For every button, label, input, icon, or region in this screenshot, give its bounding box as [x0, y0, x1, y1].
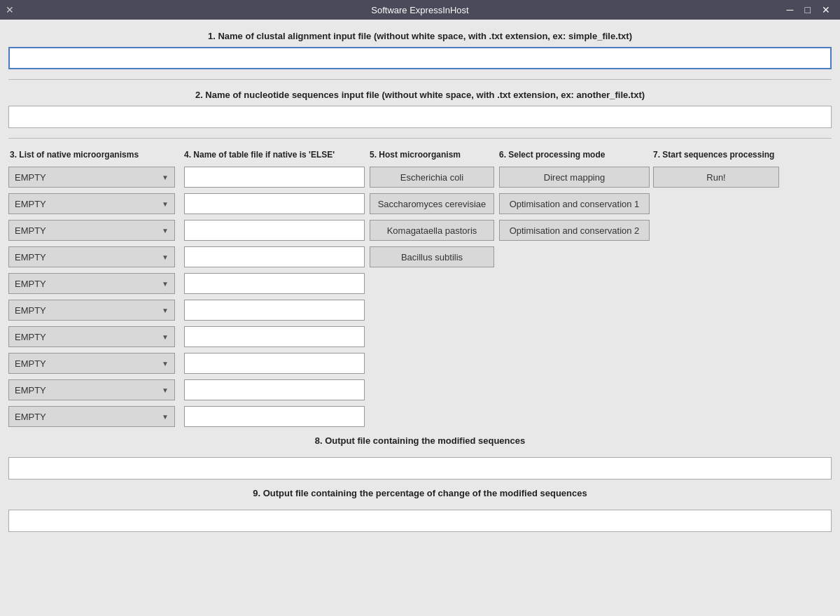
section8: 8. Output file containing the modified s…: [8, 435, 832, 479]
table-row-1: EMPTY ▼ Escherichia coli Direct mapping …: [8, 167, 832, 188]
dropdown-arrow-6: ▼: [162, 307, 169, 314]
table-row-6: EMPTY ▼: [8, 300, 832, 321]
processing-optcons1-button[interactable]: Optimisation and conservation 1: [499, 193, 650, 214]
separator-1: [8, 79, 832, 80]
host-ecoli-button[interactable]: Escherichia coli: [370, 167, 494, 188]
host-bacillus-button[interactable]: Bacillus subtilis: [370, 246, 494, 267]
dropdown-arrow-9: ▼: [162, 386, 169, 394]
table-file-input-8[interactable]: [184, 353, 365, 374]
col-header-3: 5. Host microorganism: [367, 148, 496, 161]
separator-2: [8, 138, 832, 139]
table-row-10: EMPTY ▼: [8, 406, 832, 427]
table-file-input-1[interactable]: [184, 167, 365, 188]
native-dropdown-7[interactable]: EMPTY ▼: [8, 326, 175, 347]
table-row-7: EMPTY ▼: [8, 326, 832, 347]
dropdown-value-2: EMPTY: [15, 199, 46, 209]
table-file-input-10[interactable]: [184, 406, 365, 427]
dropdown-value-4: EMPTY: [15, 252, 46, 262]
dropdown-value-8: EMPTY: [15, 358, 46, 369]
section9-label: 9. Output file containing the percentage…: [8, 488, 832, 498]
native-dropdown-10[interactable]: EMPTY ▼: [8, 406, 175, 427]
processing-optcons2-button[interactable]: Optimisation and conservation 2: [499, 220, 650, 241]
dropdown-arrow-10: ▼: [162, 413, 169, 421]
table-row-9: EMPTY ▼: [8, 379, 832, 400]
native-dropdown-2[interactable]: EMPTY ▼: [8, 193, 175, 214]
table-row-4: EMPTY ▼ Bacillus subtilis: [8, 246, 832, 267]
table-file-input-4[interactable]: [184, 246, 365, 267]
dropdown-value-1: EMPTY: [15, 172, 46, 183]
table-file-input-5[interactable]: [184, 273, 365, 294]
dropdown-value-5: EMPTY: [15, 279, 46, 289]
dropdown-arrow-4: ▼: [162, 253, 169, 261]
col-header-1: 3. List of native microorganisms: [10, 148, 181, 161]
dropdown-value-9: EMPTY: [15, 385, 46, 396]
nucleotide-sequences-input[interactable]: [8, 106, 832, 128]
window-controls: ─ □ ✕: [783, 3, 834, 17]
section1-label: 1. Name of clustal alignment input file …: [8, 31, 832, 41]
maximize-button[interactable]: □: [801, 3, 815, 17]
processing-direct-button[interactable]: Direct mapping: [499, 167, 650, 188]
dropdown-arrow-2: ▼: [162, 200, 169, 208]
close-button[interactable]: ✕: [818, 3, 834, 17]
col-header-2: 4. Name of table file if native is 'ELSE…: [181, 148, 367, 161]
table-row-2: EMPTY ▼ Saccharomyces cerevisiae Optimis…: [8, 193, 832, 214]
dropdown-arrow-3: ▼: [162, 227, 169, 234]
table-file-input-9[interactable]: [184, 379, 365, 400]
output-percentage-change-input[interactable]: [8, 510, 832, 532]
table-row-8: EMPTY ▼: [8, 353, 832, 374]
run-button[interactable]: Run!: [653, 167, 779, 188]
native-dropdown-4[interactable]: EMPTY ▼: [8, 246, 175, 267]
section9: 9. Output file containing the percentage…: [8, 488, 832, 532]
title-bar: ✕ Software ExpressInHost ─ □ ✕: [0, 0, 840, 20]
native-dropdown-3[interactable]: EMPTY ▼: [8, 220, 175, 241]
columns-header: 3. List of native microorganisms 4. Name…: [8, 148, 832, 161]
clustal-alignment-input[interactable]: [8, 47, 832, 69]
native-dropdown-1[interactable]: EMPTY ▼: [8, 167, 175, 188]
table-file-input-3[interactable]: [184, 220, 365, 241]
table-file-input-6[interactable]: [184, 300, 365, 321]
dropdown-arrow-1: ▼: [162, 174, 169, 181]
native-dropdown-5[interactable]: EMPTY ▼: [8, 273, 175, 294]
native-dropdown-8[interactable]: EMPTY ▼: [8, 353, 175, 374]
section2-label: 2. Name of nucleotide sequences input fi…: [8, 90, 832, 100]
col-header-4: 6. Select processing mode: [496, 148, 650, 161]
dropdown-value-3: EMPTY: [15, 225, 46, 236]
table-row-3: EMPTY ▼ Komagataella pastoris Optimisati…: [8, 220, 832, 241]
main-content: 1. Name of clustal alignment input file …: [0, 20, 840, 616]
app-title: Software ExpressInHost: [371, 5, 468, 15]
native-dropdown-9[interactable]: EMPTY ▼: [8, 379, 175, 400]
table-file-input-2[interactable]: [184, 193, 365, 214]
table-row-5: EMPTY ▼: [8, 273, 832, 294]
dropdown-arrow-5: ▼: [162, 280, 169, 288]
section8-label: 8. Output file containing the modified s…: [8, 435, 832, 446]
host-komagataella-button[interactable]: Komagataella pastoris: [370, 220, 494, 241]
dropdown-value-10: EMPTY: [15, 412, 46, 422]
dropdown-value-6: EMPTY: [15, 305, 46, 316]
dropdown-arrow-7: ▼: [162, 333, 169, 341]
app-icon: ✕: [6, 4, 14, 15]
table-file-input-7[interactable]: [184, 326, 365, 347]
host-saccharomyces-button[interactable]: Saccharomyces cerevisiae: [370, 193, 494, 214]
dropdown-arrow-8: ▼: [162, 360, 169, 368]
col-header-5: 7. Start sequences processing: [650, 148, 780, 161]
native-dropdown-6[interactable]: EMPTY ▼: [8, 300, 175, 321]
dropdown-value-7: EMPTY: [15, 332, 46, 342]
minimize-button[interactable]: ─: [783, 3, 798, 17]
output-modified-sequences-input[interactable]: [8, 457, 832, 479]
